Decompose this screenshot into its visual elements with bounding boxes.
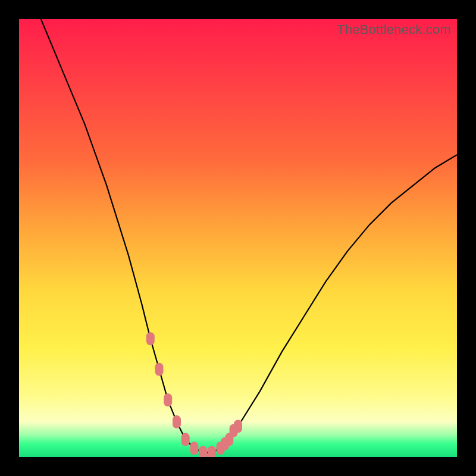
- highlight-dot: [221, 437, 229, 450]
- highlight-dot: [199, 446, 207, 457]
- highlight-dots-group: [146, 332, 242, 457]
- chart-frame: TheBottleneck.com: [0, 0, 476, 476]
- highlight-dot: [146, 332, 155, 345]
- highlight-dot: [181, 433, 190, 446]
- highlight-dot: [155, 363, 164, 376]
- highlight-dot: [164, 393, 172, 406]
- bottleneck-curve-path: [41, 19, 457, 453]
- highlight-dot: [173, 415, 181, 428]
- highlight-dot: [208, 446, 216, 457]
- highlight-dot: [190, 441, 198, 455]
- plot-area: TheBottleneck.com: [19, 19, 457, 457]
- highlight-dot: [230, 424, 238, 437]
- curve-svg: [19, 19, 457, 457]
